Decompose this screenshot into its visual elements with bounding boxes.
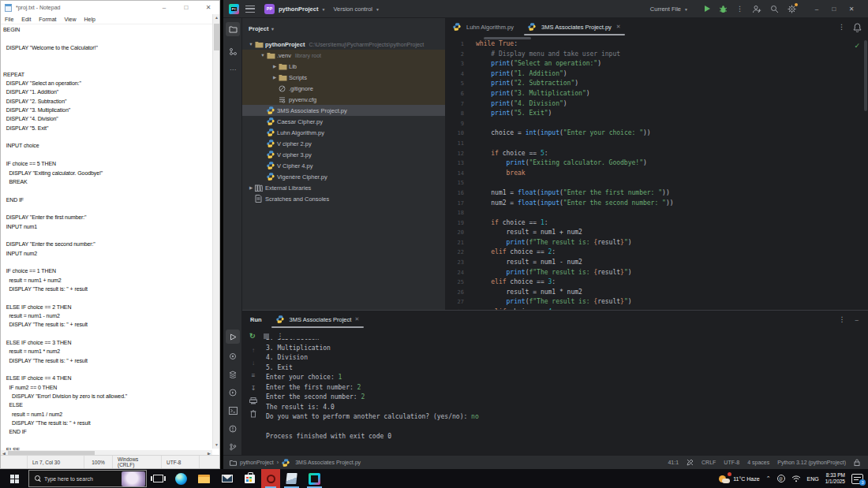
task-view-button[interactable] — [147, 469, 170, 488]
notepad-text-line[interactable]: IF num2 == 0 THEN — [3, 383, 212, 392]
notepad-text-line[interactable] — [3, 186, 212, 195]
notepad-text-line[interactable]: REPEAT — [3, 70, 212, 79]
chevron-down-icon[interactable]: ▼ — [259, 53, 267, 58]
notepad-menu-help[interactable]: Help — [80, 17, 99, 22]
more-actions-icon[interactable]: ⋮ — [736, 6, 743, 13]
notepad-text-line[interactable]: IF choice == 5 THEN — [3, 159, 212, 168]
notepad-text-line[interactable]: DISPLAY "1. Addition" — [3, 88, 212, 96]
line-number[interactable]: 3 — [446, 59, 470, 69]
taskbar-search-box[interactable]: Type here to search — [28, 470, 147, 487]
notepad-text-line[interactable]: result = num1 + num2 — [3, 276, 212, 285]
code-line[interactable]: elif choice == 3: — [476, 278, 860, 288]
notepad-text-line[interactable]: result = num1 * num2 — [3, 347, 212, 356]
tray-app-icon[interactable]: @ — [777, 475, 785, 482]
taskbar-red-app[interactable] — [261, 469, 280, 488]
tree-item[interactable]: Caesar Cipher.py — [242, 116, 445, 127]
code-line[interactable]: print(f"The result is: {result}") — [476, 297, 860, 307]
search-everywhere-icon[interactable] — [770, 5, 779, 13]
notepad-text-line[interactable]: END IF — [3, 196, 212, 204]
editor-tab[interactable]: Luhn Algorithm.py — [446, 18, 521, 35]
project-panel-header[interactable]: Project ▼ — [242, 18, 445, 39]
notepad-text-line[interactable]: BEGIN — [3, 25, 212, 34]
code-line[interactable]: print("4. Division") — [476, 99, 860, 110]
notepad-text-line[interactable]: DISPLAY "The result is: " + result — [3, 419, 212, 427]
pycharm-minimize-button[interactable]: – — [808, 0, 825, 18]
code-line[interactable]: elif choice == 2: — [476, 248, 860, 258]
scroll-down-icon[interactable]: ▼ — [213, 441, 220, 449]
jump-down-icon[interactable]: ↓ — [252, 359, 255, 367]
line-number[interactable]: 19 — [446, 218, 470, 229]
breadcrumb-file[interactable]: 3MS Associates Project.py — [295, 460, 361, 465]
more-icon[interactable]: ⋮ — [839, 316, 846, 323]
line-number[interactable]: 26 — [446, 288, 470, 298]
code-line[interactable] — [476, 139, 860, 149]
notepad-text-line[interactable]: result = num1 - num2 — [3, 311, 212, 320]
wifi-icon[interactable] — [791, 475, 801, 482]
notepad-text-line[interactable]: DISPLAY "4. Division" — [3, 114, 212, 123]
pycharm-maximize-button[interactable]: □ — [825, 0, 843, 18]
run-configuration-selector[interactable]: Current File ▼ — [650, 6, 696, 13]
line-number[interactable]: 16 — [446, 188, 470, 199]
line-number[interactable]: 21 — [446, 238, 470, 248]
tree-item[interactable]: ▼pythonProjectC:\Users\temuj\PycharmProj… — [242, 39, 445, 50]
code-line[interactable]: if choice == 1: — [476, 218, 860, 229]
notepad-text-line[interactable] — [3, 293, 212, 302]
run-button[interactable] — [705, 6, 710, 12]
code-line[interactable]: result = num1 + num2 — [476, 228, 860, 238]
structure-tool-icon[interactable] — [226, 44, 240, 58]
show-hidden-icons[interactable]: ⌃ — [766, 475, 771, 482]
notepad-text-line[interactable] — [3, 52, 212, 61]
tree-item[interactable]: pyvenv.cfg — [242, 94, 445, 105]
taskbar-document-app[interactable] — [280, 469, 303, 488]
notepad-text-line[interactable] — [3, 61, 212, 69]
notepad-text-line[interactable]: IF choice == 1 THEN — [3, 266, 212, 275]
line-number[interactable]: 12 — [446, 149, 470, 159]
code-line[interactable] — [476, 119, 860, 129]
readonly-toggle-icon[interactable] — [687, 459, 694, 466]
code-line[interactable] — [476, 178, 860, 188]
scroll-up-icon[interactable]: ▲ — [213, 14, 220, 21]
weather-widget[interactable]: 11°C Haze — [719, 474, 759, 483]
code-line[interactable]: break — [476, 169, 860, 179]
taskbar-store[interactable] — [238, 469, 261, 488]
inspections-ok-icon[interactable]: ✓ — [854, 42, 860, 50]
notepad-text-line[interactable]: DISPLAY "The result is: " + result — [3, 285, 212, 293]
more-icon[interactable]: ⋮ — [838, 24, 845, 31]
clock[interactable]: 8:33 PM 1/1/2025 — [825, 472, 845, 485]
notepad-text-line[interactable]: INPUT num1 — [3, 222, 212, 231]
notepad-text-line[interactable]: DISPLAY "5. Exit" — [3, 124, 212, 132]
code-line[interactable]: print("5. Exit") — [476, 109, 860, 119]
tree-item[interactable]: ▶External Libraries — [242, 182, 445, 193]
notepad-text-line[interactable]: DISPLAY "Welcome to the Calculator!" — [3, 43, 212, 52]
notepad-text-line[interactable]: INPUT num2 — [3, 249, 212, 258]
line-number[interactable]: 25 — [446, 278, 470, 288]
taskbar-file-explorer[interactable] — [193, 469, 215, 488]
notepad-text-line[interactable]: DISPLAY "Error! Division by zero is not … — [3, 392, 212, 400]
close-icon[interactable]: ✕ — [616, 24, 621, 30]
notepad-text-line[interactable]: ELSE — [3, 400, 212, 409]
notepad-text-line[interactable] — [3, 437, 212, 445]
notepad-text-line[interactable]: BREAK — [3, 177, 212, 186]
add-user-icon[interactable] — [752, 5, 761, 13]
taskbar-edge[interactable] — [170, 469, 193, 488]
notepad-maximize-button[interactable]: □ — [175, 1, 197, 14]
notepad-titlebar[interactable]: *proj.txt - Notepad – □ ✕ — [1, 1, 219, 14]
notepad-text-line[interactable] — [3, 330, 212, 338]
breadcrumb-project[interactable]: pythonProject — [240, 460, 274, 465]
tree-item[interactable]: ▼.venvlibrary root — [242, 50, 445, 61]
notepad-text-line[interactable]: ELSE IF choice == 3 THEN — [3, 338, 212, 347]
notepad-text-line[interactable]: END IF — [3, 427, 212, 436]
tree-item[interactable]: ▶Lib — [242, 61, 445, 72]
notepad-text-area[interactable]: BEGIN DISPLAY "Welcome to the Calculator… — [1, 25, 212, 450]
notepad-menu-view[interactable]: View — [61, 17, 80, 22]
terminal-tool-icon[interactable] — [226, 404, 240, 418]
soft-wrap-icon[interactable]: ≡ — [252, 372, 256, 379]
database-tool-icon[interactable] — [226, 367, 240, 382]
line-number[interactable]: 15 — [446, 178, 470, 188]
clear-console-icon[interactable] — [250, 410, 256, 418]
code-line[interactable]: if choice == 5: — [476, 149, 860, 159]
settings-gear-icon[interactable] — [788, 5, 796, 13]
code-line[interactable]: result = num1 - num2 — [476, 258, 860, 268]
hide-panel-icon[interactable]: – — [855, 316, 859, 323]
vcs-widget[interactable]: Version control — [333, 6, 372, 13]
